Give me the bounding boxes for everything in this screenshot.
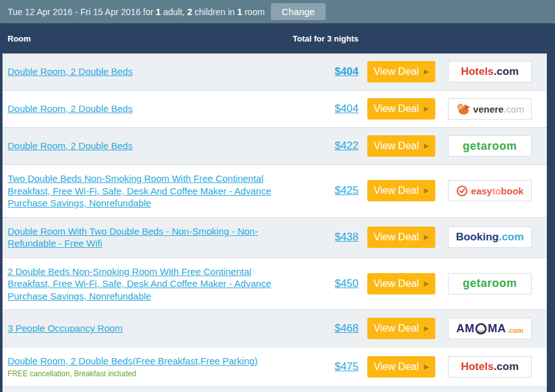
view-deal-label: View Deal xyxy=(374,232,419,243)
price-cell: $422 xyxy=(302,140,358,152)
provider-logo: getaroom xyxy=(448,135,532,157)
logo-cell: easytobook xyxy=(448,180,532,201)
view-deal-button[interactable]: View Deal ▶ xyxy=(367,135,435,157)
logo-cell: Hotels.com xyxy=(448,356,532,378)
price-link[interactable]: $404 xyxy=(335,103,358,115)
room-title-cell: Double Room, 2 Double Beds xyxy=(8,140,302,152)
rooms-label: room xyxy=(242,7,265,17)
logo-text-am: AM xyxy=(456,322,474,335)
room-title-cell: 3 People Occupancy Room xyxy=(8,322,302,335)
room-title-cell: Double Room, 2 Double Beds xyxy=(8,103,302,115)
deal-row: Double Room, 2 Double Beds $404 View Dea… xyxy=(3,53,547,91)
cherub-icon xyxy=(455,103,471,115)
room-title-link[interactable]: Two Double Beds Non-Smoking Room With Fr… xyxy=(8,173,271,208)
price-cell: $468 xyxy=(302,322,358,335)
price-link[interactable]: $404 xyxy=(335,65,358,77)
view-deal-button[interactable]: View Deal ▶ xyxy=(367,318,435,339)
provider-logo: venere.com xyxy=(448,98,532,120)
room-title-link[interactable]: Double Room, 2 Double Beds xyxy=(8,66,132,77)
room-title-link[interactable]: 2 Double Beds Non-Smoking Room With Free… xyxy=(8,266,271,301)
arrow-right-icon: ▶ xyxy=(424,106,429,112)
button-cell: View Deal ▶ xyxy=(367,98,435,120)
room-title-cell: Two Double Beds Non-Smoking Room With Fr… xyxy=(8,172,302,210)
provider-logo: Hotels.com xyxy=(448,61,532,82)
summary-dates: Tue 12 Apr 2016 - Fri 15 Apr 2016 for xyxy=(8,7,156,17)
arrow-right-icon: ▶ xyxy=(424,325,429,332)
room-perks-text: FREE cancellation, Breakfast included xyxy=(8,369,287,379)
logo-text-com: .com xyxy=(494,65,519,78)
logo-cell: venere.com xyxy=(448,98,532,120)
children-label: children in xyxy=(192,7,237,17)
button-cell: View Deal ▶ xyxy=(367,135,435,157)
logo-text-com: .com xyxy=(507,327,524,334)
view-deal-button[interactable]: View Deal ▶ xyxy=(367,98,435,120)
room-title-cell: Double Room, 2 Double Beds(Free Breakfas… xyxy=(8,355,302,379)
provider-logo: Booking.com xyxy=(448,227,532,248)
amoma-com-logo: AM MA.com xyxy=(456,322,524,335)
button-cell: View Deal ▶ xyxy=(367,273,435,294)
logo-text-book: book xyxy=(501,186,524,196)
deal-row: 2 Double Beds Non-Smoking Room With Free… xyxy=(3,258,547,311)
table-header: Room Total for 3 nights xyxy=(3,23,547,53)
price-link[interactable]: $468 xyxy=(335,322,358,334)
logo-cell: Booking.com xyxy=(448,227,532,248)
logo-cell: Hotels.com xyxy=(448,61,532,82)
price-link[interactable]: $422 xyxy=(335,140,358,152)
price-link[interactable]: $450 xyxy=(335,277,358,289)
button-cell: View Deal ▶ xyxy=(367,356,435,378)
deal-row: Double Room, 2 Double Beds FREE cancella… xyxy=(3,387,547,392)
arrow-right-icon: ▶ xyxy=(424,234,429,240)
logo-text-ma: MA xyxy=(488,322,506,335)
room-title-link[interactable]: 3 People Occupancy Room xyxy=(8,323,123,333)
arrow-right-icon: ▶ xyxy=(424,143,429,149)
arrow-right-icon: ▶ xyxy=(424,69,429,75)
price-cell: $450 xyxy=(302,277,358,290)
logo-text-to: to xyxy=(492,186,501,196)
provider-logo: getaroom xyxy=(448,273,532,294)
price-cell: $475 xyxy=(302,361,358,373)
price-link[interactable]: $475 xyxy=(335,361,358,372)
view-deal-button[interactable]: View Deal ▶ xyxy=(367,180,435,201)
change-button[interactable]: Change xyxy=(271,3,326,20)
room-title-link[interactable]: Double Room, 2 Double Beds xyxy=(8,103,132,114)
button-cell: View Deal ▶ xyxy=(367,61,435,82)
stay-summary-text: Tue 12 Apr 2016 - Fri 15 Apr 2016 for 1 … xyxy=(8,7,265,17)
adults-label: adult, xyxy=(161,7,187,17)
room-title-link[interactable]: Double Room, 2 Double Beds xyxy=(8,140,132,151)
view-deal-button[interactable]: View Deal ▶ xyxy=(367,61,435,82)
logo-cell: getaroom xyxy=(448,135,532,157)
logo-text-booking: Booking xyxy=(456,231,499,244)
arrow-right-icon: ▶ xyxy=(424,281,429,287)
room-title-cell: 2 Double Beds Non-Smoking Room With Free… xyxy=(8,266,302,303)
hotels-com-logo: Hotels.com xyxy=(461,361,519,373)
getaroom-logo: getaroom xyxy=(462,277,517,290)
logo-text-venere: venere xyxy=(473,104,503,115)
getaroom-logo: getaroom xyxy=(462,140,517,153)
logo-text-com: .com xyxy=(503,104,524,115)
hotels-com-logo: Hotels.com xyxy=(461,65,519,78)
view-deal-button[interactable]: View Deal ▶ xyxy=(367,273,435,294)
room-title-cell: Double Room, 2 Double Beds xyxy=(8,65,302,78)
logo-text-com: .com xyxy=(499,231,524,244)
view-deal-button[interactable]: View Deal ▶ xyxy=(367,227,435,248)
logo-cell: AM MA.com xyxy=(448,318,532,339)
price-link[interactable]: $438 xyxy=(335,231,358,243)
check-circle-icon xyxy=(456,185,468,197)
price-link[interactable]: $425 xyxy=(335,184,358,196)
view-deal-button[interactable]: View Deal ▶ xyxy=(367,356,435,378)
logo-text-com: .com xyxy=(494,361,519,373)
easytobook-logo: easytobook xyxy=(456,185,524,197)
provider-logo: Hotels.com xyxy=(448,356,532,378)
search-summary-bar: Tue 12 Apr 2016 - Fri 15 Apr 2016 for 1 … xyxy=(0,0,555,23)
view-deal-label: View Deal xyxy=(374,278,419,289)
children-count: 2 xyxy=(187,7,192,17)
logo-text-hotels: Hotels xyxy=(461,65,494,78)
venere-com-logo: venere.com xyxy=(455,103,524,115)
column-header-room: Room xyxy=(8,34,31,43)
room-title-link[interactable]: Double Room With Two Double Beds - Non-S… xyxy=(8,226,258,249)
deal-row: Double Room With Two Double Beds - Non-S… xyxy=(3,218,547,258)
provider-logo: easytobook xyxy=(448,180,532,201)
deal-row: 3 People Occupancy Room $468 View Deal ▶… xyxy=(3,310,547,347)
room-title-link[interactable]: Double Room, 2 Double Beds(Free Breakfas… xyxy=(8,356,258,366)
price-cell: $425 xyxy=(302,184,358,197)
